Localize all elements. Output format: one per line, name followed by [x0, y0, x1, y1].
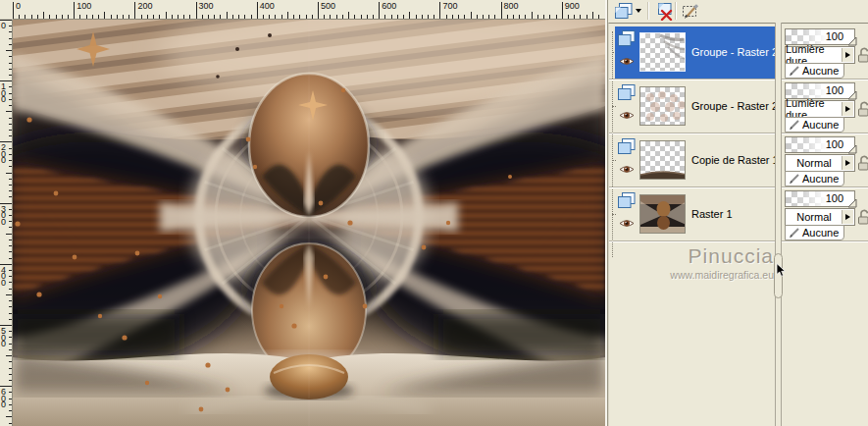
visibility-eye-icon[interactable]: [619, 164, 635, 175]
blend-mode-arrow[interactable]: [842, 48, 853, 62]
ruler-tick: [6, 355, 13, 356]
visibility-eye-icon[interactable]: [619, 218, 635, 229]
ruler-label: 100: [77, 1, 91, 11]
layer-thumbnail[interactable]: [639, 86, 686, 126]
link-set-button[interactable]: Aucune: [785, 63, 844, 79]
link-brush-icon: [789, 227, 800, 239]
edit-selection-icon: [682, 3, 700, 20]
layer-list: Groupe - Raster 2: [608, 23, 775, 426]
ruler-tick: [501, 2, 502, 20]
layer-thumbnail[interactable]: [639, 140, 686, 180]
ruler-tick: [196, 2, 197, 20]
layer-controls-group-1: 100 Lumière dure Aucune: [782, 27, 868, 79]
lock-transparency-icon[interactable]: [857, 101, 868, 117]
edit-selection-button[interactable]: [680, 1, 701, 22]
blend-mode-arrow[interactable]: [842, 156, 853, 170]
link-set-label: Aucune: [802, 227, 839, 239]
new-layer-button[interactable]: [613, 1, 635, 22]
ruler-tick: [562, 2, 563, 20]
link-set-label: Aucune: [802, 173, 839, 185]
link-set-button[interactable]: Aucune: [785, 225, 844, 240]
blend-mode-select[interactable]: Lumière dure: [785, 100, 855, 118]
opacity-slider-handle[interactable]: [847, 144, 857, 154]
blend-mode-value: Normal: [796, 211, 831, 223]
mouse-cursor: [776, 263, 787, 278]
ruler-tick: [134, 2, 135, 20]
app-window: 0100200300400500600700800900 01 0 02 0 0…: [0, 0, 868, 426]
lock-transparency-icon[interactable]: [857, 47, 868, 63]
ruler-tick: [6, 234, 13, 235]
toolbar-separator: [647, 2, 649, 20]
ruler-label: 900: [565, 1, 580, 11]
watermark-title: Pinuccia: [609, 244, 774, 268]
ruler-label: 600: [382, 1, 396, 11]
delete-layer-icon: [655, 3, 674, 21]
fractal-artwork: [13, 20, 605, 426]
blend-mode-arrow[interactable]: [842, 102, 853, 116]
ruler-label: 800: [504, 1, 519, 11]
ruler-tick: [318, 2, 319, 20]
link-set-button[interactable]: Aucune: [785, 171, 844, 186]
link-set-label: Aucune: [802, 65, 839, 77]
watermark-url: www.maidiregrafica.eu: [609, 269, 774, 281]
ruler-tick: [439, 2, 440, 20]
ruler-tick: [592, 12, 593, 20]
canvas[interactable]: [13, 20, 605, 426]
blend-mode-select[interactable]: Normal: [785, 208, 855, 226]
delete-layer-button[interactable]: [653, 1, 675, 22]
visibility-eye-icon[interactable]: [619, 110, 635, 121]
layer-thumbnail[interactable]: [639, 194, 686, 234]
blend-mode-arrow[interactable]: [842, 210, 853, 224]
layer-icon: [618, 138, 636, 155]
watermark: Pinuccia www.maidiregrafica.eu: [609, 244, 774, 281]
opacity-slider-handle[interactable]: [847, 90, 857, 100]
layer-tree-line: [612, 31, 613, 257]
layer-row-groupe-raster-2-top[interactable]: Groupe - Raster 2: [615, 27, 776, 79]
layer-thumbnail[interactable]: [639, 32, 686, 72]
ruler-tick: [287, 12, 288, 20]
layer-name: Copie de Raster 1: [691, 154, 779, 166]
ruler-tick: [532, 12, 533, 20]
link-set-label: Aucune: [802, 119, 839, 131]
layer-group-icon: [618, 30, 636, 47]
ruler-label: 1 0 0: [1, 83, 6, 103]
layers-palette-toolbar: [608, 0, 868, 23]
ruler-label: 500: [321, 1, 335, 11]
ruler-label: 0: [1, 23, 6, 29]
row-separator: [609, 240, 776, 242]
vertical-ruler: 01 0 02 0 03 0 04 0 05 0 06 0 0: [0, 20, 13, 426]
visibility-eye-icon[interactable]: [619, 56, 635, 67]
ruler-label: 300: [199, 1, 214, 11]
ruler-tick: [379, 2, 380, 20]
horizontal-ruler: 0100200300400500600700800900: [13, 0, 605, 20]
ruler-label: 4 0 0: [1, 267, 6, 287]
ruler-label: 400: [260, 1, 275, 11]
opacity-slider-handle[interactable]: [847, 36, 857, 46]
ruler-tick: [227, 12, 228, 20]
palette-splitter[interactable]: [775, 23, 782, 426]
ruler-label: 2 0 0: [1, 144, 6, 164]
ruler-tick: [104, 12, 105, 20]
ruler-label: 0: [16, 1, 21, 11]
ruler-tick: [6, 50, 13, 51]
blend-mode-select[interactable]: Normal: [785, 154, 855, 172]
lock-transparency-icon[interactable]: [857, 209, 868, 225]
layer-group-icon: [618, 84, 636, 101]
new-layer-icon: [615, 3, 633, 20]
layers-palette: Groupe - Raster 2: [608, 0, 868, 426]
opacity-field[interactable]: 100: [785, 136, 855, 153]
blend-mode-select[interactable]: Lumière dure: [785, 46, 855, 64]
ruler-label: 6 0 0: [1, 389, 6, 408]
group-separator: [782, 240, 868, 242]
toolbar-separator: [675, 2, 677, 20]
layer-name: Groupe - Raster 2: [691, 46, 778, 58]
layer-row-raster-1[interactable]: Raster 1: [615, 188, 776, 240]
link-set-button[interactable]: Aucune: [785, 117, 844, 133]
layer-row-copie-de-raster-1[interactable]: Copie de Raster 1: [615, 134, 776, 186]
new-layer-dropdown-arrow[interactable]: [636, 9, 641, 13]
layer-row-groupe-raster-2[interactable]: Groupe - Raster 2: [615, 80, 776, 133]
lock-transparency-icon[interactable]: [857, 155, 868, 171]
opacity-field[interactable]: 100: [785, 190, 855, 207]
opacity-slider-handle[interactable]: [847, 198, 857, 208]
ruler-label: 200: [137, 1, 152, 11]
